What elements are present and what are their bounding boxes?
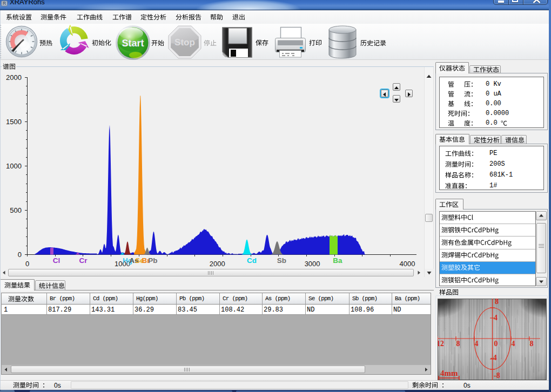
svg-text:4mm: 4mm bbox=[440, 369, 458, 377]
svg-text:4000: 4000 bbox=[400, 260, 415, 268]
svg-text:0: 0 bbox=[18, 251, 22, 259]
svg-text:Cd: Cd bbox=[247, 256, 257, 265]
svg-text:R: R bbox=[3, 1, 6, 6]
svg-text:Ba: Ba bbox=[333, 256, 342, 265]
svg-text:1500: 1500 bbox=[6, 118, 22, 126]
svg-text:8: 8 bbox=[456, 340, 460, 348]
svg-text:8: 8 bbox=[530, 340, 534, 348]
svg-text:Cr: Cr bbox=[79, 256, 88, 265]
svg-text:Pb: Pb bbox=[148, 256, 157, 265]
svg-text:-4: -4 bbox=[490, 354, 497, 362]
svg-text:Sb: Sb bbox=[277, 256, 286, 265]
svg-text:0: 0 bbox=[25, 260, 29, 268]
svg-text:-8: -8 bbox=[494, 371, 500, 380]
svg-text:2000: 2000 bbox=[210, 260, 225, 268]
svg-text:8: 8 bbox=[495, 299, 499, 306]
svg-text:3000: 3000 bbox=[305, 260, 320, 268]
svg-text:2000: 2000 bbox=[6, 73, 22, 82]
svg-text:4: 4 bbox=[494, 314, 498, 322]
svg-text:4: 4 bbox=[475, 340, 479, 348]
svg-text:Stop: Stop bbox=[174, 37, 195, 48]
svg-text:500: 500 bbox=[10, 206, 22, 214]
svg-text:0: 0 bbox=[494, 340, 498, 348]
svg-text:Start: Start bbox=[122, 38, 144, 49]
svg-text:Cl: Cl bbox=[53, 256, 61, 265]
svg-text:4: 4 bbox=[512, 340, 515, 348]
svg-text:1000: 1000 bbox=[6, 162, 22, 170]
svg-text:12: 12 bbox=[438, 340, 444, 348]
